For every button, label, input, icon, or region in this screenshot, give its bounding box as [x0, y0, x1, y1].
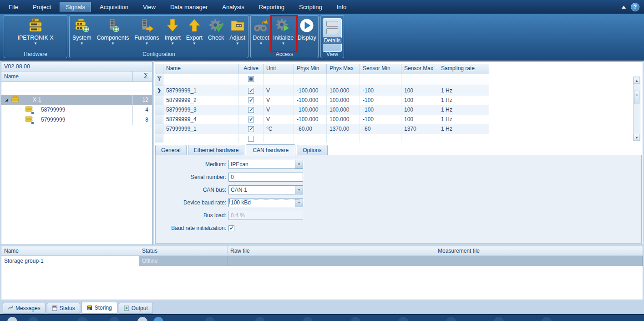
- menu-scripting[interactable]: Scripting: [293, 2, 328, 12]
- active-all-checkbox[interactable]: [248, 76, 254, 82]
- dropdown-caret-icon[interactable]: ▼: [34, 42, 37, 46]
- storage-column-name[interactable]: Name: [1, 246, 139, 256]
- tree-column-sum[interactable]: Σ: [133, 71, 152, 82]
- export-button[interactable]: Export ▼: [186, 17, 203, 46]
- components-button[interactable]: Components ▼: [97, 17, 129, 46]
- tab-output[interactable]: Output: [119, 303, 153, 314]
- scroll-down-button[interactable]: ▼: [634, 134, 640, 141]
- menu-project[interactable]: Project: [27, 2, 57, 12]
- medium-select[interactable]: IPEcan ▼: [228, 160, 303, 169]
- active-checkbox[interactable]: [248, 97, 254, 103]
- storage-row[interactable]: Storage group-1 Offline: [1, 256, 643, 266]
- dropdown-arrow-icon[interactable]: ▼: [295, 186, 303, 194]
- sensor-max-cell: 100: [401, 86, 438, 96]
- adjust-button[interactable]: Adjust ▼: [229, 17, 245, 46]
- menu-signals[interactable]: Signals: [60, 2, 91, 12]
- signal-row[interactable]: 58799999_4 V -100.000 100.000 -100 100 1…: [155, 115, 489, 124]
- check-button[interactable]: Check: [208, 17, 224, 46]
- column-sensor-max[interactable]: Sensor Max: [401, 64, 438, 74]
- tab-storing[interactable]: Storing: [81, 302, 117, 314]
- menu-acquisition[interactable]: Acquisition: [94, 2, 134, 12]
- adjust-folder-icon: [230, 17, 245, 34]
- filter-rate-cell[interactable]: [438, 74, 489, 86]
- tab-can-hardware[interactable]: CAN hardware: [246, 144, 295, 156]
- column-active[interactable]: Active: [239, 64, 264, 74]
- menu-reporting[interactable]: Reporting: [253, 2, 290, 12]
- signal-grid-filter-row[interactable]: [155, 74, 489, 86]
- signal-row[interactable]: 57999999_1 °C -60.00 1370.00 -60 1370 1 …: [155, 124, 489, 134]
- filter-sensor-max-cell[interactable]: [401, 74, 438, 86]
- tree-row-57999999[interactable]: 57999999 8: [1, 115, 152, 125]
- active-cell[interactable]: [239, 86, 264, 96]
- column-sampling-rate[interactable]: Sampling rate: [438, 64, 489, 74]
- filter-active-cell[interactable]: [239, 74, 264, 86]
- active-checkbox[interactable]: [248, 126, 254, 132]
- menu-file[interactable]: File: [3, 2, 24, 12]
- signal-row[interactable]: 58799999_2 V -100.000 100.000 -100 100 1…: [155, 96, 489, 105]
- column-phys-min[interactable]: Phys Min: [294, 64, 327, 74]
- active-cell[interactable]: [239, 115, 264, 124]
- active-checkbox[interactable]: [248, 107, 254, 113]
- help-icon[interactable]: ?: [631, 3, 639, 11]
- detect-button[interactable]: Detect ▼: [253, 17, 269, 46]
- dropdown-arrow-icon[interactable]: ▼: [295, 199, 303, 207]
- filter-sensor-min-cell[interactable]: [360, 74, 401, 86]
- scrollbar-thumb[interactable]: ≡: [634, 91, 639, 104]
- tab-general[interactable]: General: [155, 145, 187, 155]
- system-button[interactable]: System ▼: [72, 17, 91, 46]
- dropdown-caret-icon[interactable]: ▼: [259, 42, 263, 46]
- filter-name-cell[interactable]: [163, 74, 239, 86]
- serial-number-input[interactable]: [228, 173, 303, 182]
- dropdown-caret-icon[interactable]: ▼: [193, 42, 196, 46]
- tree-node-count: 8: [133, 117, 152, 123]
- dropdown-caret-icon[interactable]: ▼: [236, 42, 239, 46]
- tab-messages[interactable]: Messages: [3, 303, 46, 314]
- baud-rate-initialization-checkbox[interactable]: [228, 225, 234, 231]
- vertical-scrollbar[interactable]: ▲ ≡ ▼: [633, 76, 640, 141]
- filter-phys-min-cell[interactable]: [294, 74, 327, 86]
- active-cell[interactable]: [239, 124, 264, 134]
- display-button[interactable]: Display: [298, 17, 316, 46]
- menu-info[interactable]: Info: [331, 2, 353, 12]
- column-name[interactable]: Name: [163, 64, 239, 74]
- storage-measurement-file: [435, 256, 643, 266]
- dropdown-caret-icon[interactable]: ▼: [171, 42, 174, 46]
- storage-column-status[interactable]: Status: [139, 246, 228, 256]
- dropdown-caret-icon[interactable]: ▼: [80, 42, 84, 46]
- storage-column-measurement-file[interactable]: Measurement file: [435, 246, 643, 256]
- filter-phys-max-cell[interactable]: [327, 74, 360, 86]
- scroll-up-button[interactable]: ▲: [634, 77, 640, 84]
- column-sensor-min[interactable]: Sensor Min: [360, 64, 401, 74]
- column-phys-max[interactable]: Phys Max: [327, 64, 360, 74]
- expander-icon[interactable]: ◢: [5, 97, 8, 102]
- storage-column-raw-file[interactable]: Raw file: [228, 246, 435, 256]
- details-button[interactable]: Details: [323, 18, 342, 52]
- tree-column-name[interactable]: Name: [1, 71, 133, 82]
- active-cell[interactable]: [239, 105, 264, 115]
- ipetronik-x-button[interactable]: IPETRONIK X ▼: [17, 17, 53, 46]
- menu-data-manager[interactable]: Data manager: [164, 2, 213, 12]
- active-checkbox[interactable]: [248, 88, 254, 94]
- collapse-ribbon-icon[interactable]: ▲: [620, 4, 627, 10]
- active-cell[interactable]: [239, 96, 264, 105]
- signal-row[interactable]: 58799999_3 V -100.000 100.000 -100 100 1…: [155, 105, 489, 115]
- import-button[interactable]: Import ▼: [164, 17, 180, 46]
- active-checkbox[interactable]: [248, 117, 254, 122]
- column-unit[interactable]: Unit: [264, 64, 294, 74]
- signal-row[interactable]: ❯ 58799999_1 V -100.000 100.000 -100 100…: [155, 86, 489, 96]
- tab-status[interactable]: Status: [47, 303, 80, 314]
- dropdown-caret-icon[interactable]: ▼: [111, 42, 115, 46]
- dropdown-arrow-icon[interactable]: ▼: [295, 160, 303, 168]
- menu-view[interactable]: View: [137, 2, 162, 12]
- menu-analysis[interactable]: Analysis: [216, 2, 250, 12]
- functions-button[interactable]: Functions ▼: [134, 17, 159, 46]
- filter-unit-cell[interactable]: [264, 74, 294, 86]
- tree-filter-row[interactable]: [1, 82, 152, 91]
- can-bus-select[interactable]: CAN-1 ▼: [228, 185, 303, 194]
- tree-row-58799999[interactable]: 58799999 4: [1, 105, 152, 115]
- tree-row-x1[interactable]: ◢ X-1 12: [1, 95, 152, 105]
- device-baud-rate-select[interactable]: 100 kBd ▼: [228, 198, 303, 207]
- tab-ethernet-hardware[interactable]: Ethernet hardware: [188, 145, 245, 155]
- tab-options[interactable]: Options: [297, 145, 327, 155]
- dropdown-caret-icon[interactable]: ▼: [145, 42, 149, 46]
